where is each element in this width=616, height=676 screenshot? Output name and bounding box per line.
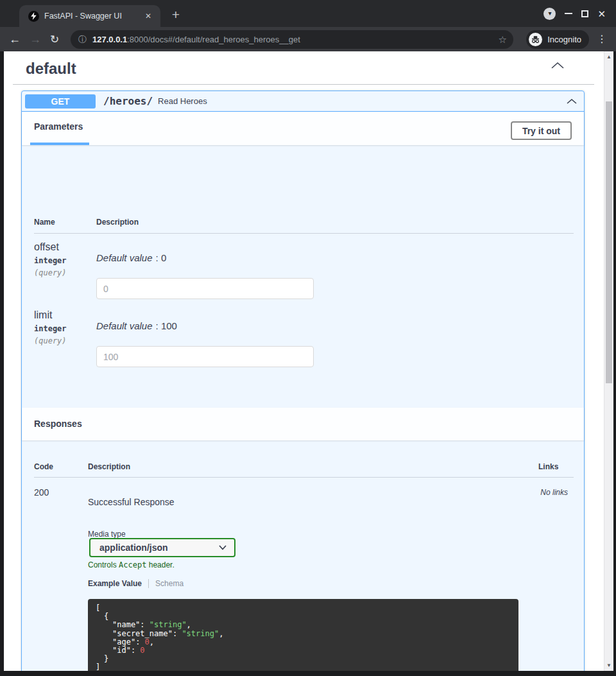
active-tab-underline <box>30 143 89 145</box>
code-line: ] <box>96 663 511 671</box>
tab-schema[interactable]: Schema <box>155 579 184 588</box>
param-default-limit: Default value: 100 <box>96 320 177 331</box>
default-label: Default value <box>96 320 153 331</box>
incognito-label: Incognito <box>547 35 581 44</box>
code-number-value: 0 <box>145 637 150 646</box>
incognito-badge: Incognito <box>526 30 589 49</box>
note-suffix: header. <box>149 560 175 569</box>
code-colon: : <box>173 629 182 638</box>
param-in-offset: (query) <box>34 268 67 277</box>
section-title[interactable]: default <box>26 60 76 78</box>
code-line: [ <box>96 604 511 612</box>
browser-tab[interactable]: FastAPI - Swagger UI ✕ <box>19 5 160 27</box>
code-string-value: "string" <box>182 629 219 638</box>
new-tab-button[interactable]: + <box>167 6 185 24</box>
accept-header-note: Controls Accept header. <box>88 560 175 569</box>
minimize-button[interactable] <box>565 13 572 14</box>
page: default GET /heroes/ Read Heroes Paramet… <box>4 51 613 671</box>
opblock-collapse-icon[interactable] <box>566 98 578 105</box>
response-links-200: No links <box>540 488 568 497</box>
chevron-down-icon <box>219 545 227 550</box>
note-code: Accept <box>119 560 146 569</box>
param-default-offset: Default value: 0 <box>96 252 166 263</box>
opblock-get-heroes: GET /heroes/ Read Heroes Parameters Try … <box>21 91 585 671</box>
tab-separator <box>148 579 149 588</box>
example-code-block: [ { "name": "string", "secret_name": "st… <box>88 599 518 671</box>
param-type-offset: integer <box>34 256 67 265</box>
site-info-icon[interactable]: ⓘ <box>78 34 87 46</box>
code-comma: , <box>219 629 223 638</box>
param-table-divider <box>34 233 574 234</box>
browser-titlebar: FastAPI - Swagger UI ✕ + ▾ ✕ <box>0 0 616 27</box>
media-type-select[interactable]: application/json <box>89 538 235 557</box>
code-colon: : <box>131 646 140 655</box>
resp-col-code: Code <box>34 462 53 471</box>
code-key: "id" <box>112 646 131 655</box>
param-input-offset[interactable] <box>96 278 314 299</box>
tab-search-icon[interactable]: ▾ <box>543 8 556 20</box>
response-code-200: 200 <box>34 487 49 498</box>
code-key: "secret_name" <box>112 629 173 638</box>
code-key: "age" <box>112 637 135 646</box>
code-comma: , <box>150 637 154 646</box>
tab-parameters[interactable]: Parameters <box>34 121 83 132</box>
code-line: } <box>96 655 511 663</box>
endpoint-summary: Read Heroes <box>158 96 566 106</box>
param-col-name: Name <box>34 218 55 227</box>
section-collapse-icon[interactable] <box>551 62 565 69</box>
opblock-summary[interactable]: GET /heroes/ Read Heroes <box>22 91 584 112</box>
code-colon: : <box>140 620 149 629</box>
code-line: "secret_name": "string", <box>96 630 511 638</box>
code-colon: : <box>135 637 144 646</box>
try-it-out-button[interactable]: Try it out <box>511 121 572 140</box>
resp-col-description: Description <box>88 462 130 471</box>
back-icon[interactable]: ← <box>9 33 21 45</box>
responses-title: Responses <box>34 419 82 429</box>
window-close-button[interactable]: ✕ <box>597 9 606 19</box>
endpoint-path: /heroes/ <box>103 95 153 107</box>
responses-header: Responses <box>22 408 584 440</box>
param-input-limit[interactable] <box>96 346 314 367</box>
default-value: : 100 <box>156 320 177 331</box>
code-comma: , <box>187 620 191 629</box>
reload-icon[interactable]: ↻ <box>50 34 59 45</box>
code-string-value: "string" <box>150 620 187 629</box>
default-value: : 0 <box>156 252 167 263</box>
media-type-label: Media type <box>88 530 126 539</box>
bookmark-star-icon[interactable]: ☆ <box>499 34 507 46</box>
scrollbar-thumb[interactable] <box>606 101 612 383</box>
tab-example-value[interactable]: Example Value <box>88 579 142 588</box>
parameters-header: Parameters Try it out <box>22 112 584 145</box>
media-type-value: application/json <box>99 542 219 553</box>
code-number-value: 0 <box>140 646 144 655</box>
code-line: "age": 0, <box>96 638 511 646</box>
url-bar[interactable]: ⓘ 127.0.0.1:8000/docs#/default/read_hero… <box>71 30 513 49</box>
param-in-limit: (query) <box>34 336 67 345</box>
model-example-tabs: Example Value Schema <box>88 579 184 588</box>
url-path: :8000/docs#/default/read_heroes_heroes__… <box>127 35 300 44</box>
swagger-ui: default GET /heroes/ Read Heroes Paramet… <box>4 51 604 671</box>
resp-table-divider <box>34 477 574 478</box>
param-name-limit: limit <box>34 309 52 321</box>
response-desc-200: Successful Response <box>88 497 175 507</box>
scroll-down-icon[interactable]: ▼ <box>604 663 613 668</box>
note-prefix: Controls <box>88 560 117 569</box>
page-scrollbar[interactable]: ▲ ▼ <box>604 51 613 671</box>
scroll-up-icon[interactable]: ▲ <box>604 54 613 60</box>
maximize-button[interactable] <box>581 10 588 17</box>
forward-icon: → <box>30 33 41 45</box>
section-divider <box>13 84 594 85</box>
param-type-limit: integer <box>34 324 67 333</box>
browser-toolbar: ← → ↻ ⓘ 127.0.0.1:8000/docs#/default/rea… <box>0 27 616 51</box>
resp-col-links: Links <box>538 462 558 471</box>
code-line: "id": 0 <box>96 646 511 655</box>
url-host: 127.0.0.1 <box>92 35 127 44</box>
fastapi-favicon-icon <box>28 11 39 22</box>
incognito-icon <box>529 33 542 46</box>
url-text: 127.0.0.1:8000/docs#/default/read_heroes… <box>92 35 493 44</box>
tab-title: FastAPI - Swagger UI <box>44 12 142 21</box>
tab-close-icon[interactable]: ✕ <box>142 10 154 22</box>
method-badge: GET <box>25 94 96 108</box>
default-label: Default value <box>96 252 153 263</box>
browser-menu-icon[interactable]: ⋮ <box>597 33 607 45</box>
